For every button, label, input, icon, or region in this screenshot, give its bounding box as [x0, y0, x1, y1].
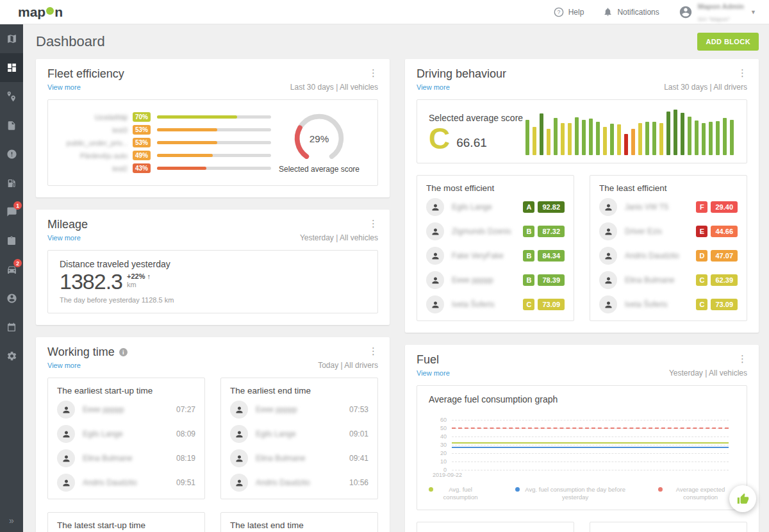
fleet-bar-track: [157, 128, 271, 131]
fleet-vehicle-name: test3: [53, 126, 128, 134]
driver-time: 09:01: [349, 429, 368, 438]
grid-line: [452, 453, 729, 454]
driver-time: 09:51: [176, 478, 195, 487]
fuel-card-menu-icon[interactable]: ⋮: [732, 352, 752, 366]
fuel-x-axis-label: 2019-09-22: [433, 472, 735, 478]
sidebar-item-settings[interactable]: [0, 342, 23, 370]
fuel-line-chart: 6050403020100: [452, 420, 729, 470]
info-icon[interactable]: i: [119, 348, 128, 356]
topbar: map n ? Help Notifications Mapon Admin S…: [0, 0, 769, 24]
driver-name: Eeee ppppp: [83, 405, 124, 414]
driver-time: 07:53: [349, 405, 368, 414]
mileage-card-menu-icon[interactable]: ⋮: [363, 217, 383, 231]
help-button[interactable]: ? Help: [554, 7, 584, 17]
add-block-button[interactable]: ADD BLOCK: [697, 33, 759, 51]
legend-label: Avg. fuel consumption: [436, 486, 484, 502]
mileage-view-more-link[interactable]: View more: [47, 234, 81, 242]
working-time-card: Working time i ⋮ View more Today | All d…: [36, 337, 390, 532]
fleet-vehicle-name: test2: [53, 165, 128, 172]
driver-row: Iveta ŠoferisC73.09: [426, 292, 565, 317]
legend-dot-icon: [658, 487, 663, 492]
score-bar: [709, 122, 713, 155]
driving-behaviour-card: Driving behaviour ⋮ View more Last 30 da…: [405, 59, 759, 333]
score-bar: [652, 122, 656, 155]
fuel-station-icon: [6, 178, 17, 188]
score-bar: [525, 120, 529, 156]
fleet-view-more-link[interactable]: View more: [47, 83, 81, 91]
fleet-row: public_under_priv...53%: [53, 138, 271, 147]
avatar: [230, 425, 248, 443]
driving-card-menu-icon[interactable]: ⋮: [732, 66, 752, 80]
user-menu[interactable]: Mapon Admin SIA "Mapon" ▼: [679, 0, 756, 24]
route-pins-icon: [6, 91, 17, 103]
score-badge: 84.34: [538, 250, 565, 262]
driver-row: Elina Bulmane08:19: [57, 446, 195, 470]
legend-label: Average expected consumption: [666, 486, 735, 502]
fleet-bar-track: [157, 167, 271, 170]
fleet-percent-badge: 70%: [133, 112, 151, 122]
sidebar-item-alerts[interactable]: [0, 140, 23, 169]
mileage-unit: km: [127, 281, 151, 289]
alert-icon: [6, 149, 17, 160]
working-view-more-link[interactable]: View more: [47, 362, 81, 369]
mileage-footnote: The day before yesterday 1128.5 km: [60, 296, 366, 304]
sidebar-item-fuel[interactable]: [0, 169, 23, 197]
driver-name: Egils Lange: [452, 203, 492, 212]
logo-text-2: n: [54, 4, 63, 20]
fuel-graph-title: Average fuel consumption graph: [429, 394, 735, 404]
score-bar: [659, 123, 663, 155]
working-card-menu-icon[interactable]: ⋮: [363, 344, 383, 358]
score-bar: [631, 129, 635, 155]
sidebar-item-drivers[interactable]: [0, 284, 23, 313]
mapon-logo[interactable]: map n: [18, 4, 63, 20]
driver-badges: B87.32: [523, 226, 565, 237]
sidebar-item-routes[interactable]: [0, 82, 23, 111]
score-bar: [589, 119, 593, 155]
panel-heading: The latest start-up time: [57, 520, 195, 530]
fleet-row: Pārdevēju auto49%: [53, 151, 271, 160]
driver-name: Andris Daudzito: [83, 478, 137, 487]
score-badge: 92.82: [538, 201, 565, 213]
fuel-view-more-link[interactable]: View more: [417, 369, 450, 377]
user-name: Mapon Admin: [698, 3, 744, 10]
sidebar-item-map[interactable]: [0, 24, 23, 53]
driver-time: 07:27: [176, 405, 195, 414]
y-axis-tick-label: 20: [430, 450, 447, 456]
avatar: [599, 247, 617, 265]
driver-name: Janis VW T5: [625, 203, 668, 212]
score-bar: [610, 124, 614, 155]
y-axis-tick-label: 40: [430, 433, 447, 440]
grid-line: [452, 436, 729, 437]
driver-badges: C62.39: [696, 274, 738, 286]
fleet-vehicle-name: Pārdevēju auto: [53, 152, 128, 160]
score-bar: [582, 120, 586, 155]
driving-view-more-link[interactable]: View more: [417, 83, 450, 91]
fleet-average-gauge: 29% Selected average score: [271, 112, 367, 174]
driver-name: Eeee ppppp: [452, 276, 493, 285]
sidebar-item-calendar[interactable]: [0, 313, 23, 342]
driver-row: Andris Daudzito09:51: [57, 470, 195, 495]
fleet-bar-list: Uzstādītāji70%test353%public_under_priv.…: [53, 109, 271, 176]
panel-heading: The least efficient: [599, 183, 738, 193]
fleet-bar-fill: [157, 167, 206, 170]
driver-name: Egils Lange: [256, 429, 296, 438]
score-bar: [688, 117, 691, 155]
main-content: Dashboard ADD BLOCK Fleet efficiency ⋮ V…: [23, 24, 769, 532]
legend-item: Avg. fuel consumption the day before yes…: [515, 486, 627, 502]
panel-heading: The earliest start-up time: [57, 386, 195, 395]
feedback-fab-button[interactable]: [729, 485, 756, 512]
score-badge: 47.07: [711, 250, 738, 262]
sidebar-item-tasks[interactable]: [0, 226, 23, 255]
sidebar-item-fleet[interactable]: 2: [0, 255, 23, 284]
sidebar-item-dashboard[interactable]: [0, 53, 23, 82]
sidebar-expand-button[interactable]: »: [0, 509, 23, 532]
notifications-button[interactable]: Notifications: [603, 7, 659, 17]
fleet-bar-track: [157, 141, 271, 144]
sidebar-item-messages[interactable]: 1: [0, 197, 23, 226]
help-icon: ?: [554, 7, 564, 17]
fleet-card-menu-icon[interactable]: ⋮: [363, 66, 383, 80]
driver-name: Andris Daudzito: [625, 251, 679, 260]
sidebar-item-documents[interactable]: [0, 111, 23, 140]
score-bar: [702, 123, 706, 155]
fleet-bar-track: [157, 154, 271, 157]
